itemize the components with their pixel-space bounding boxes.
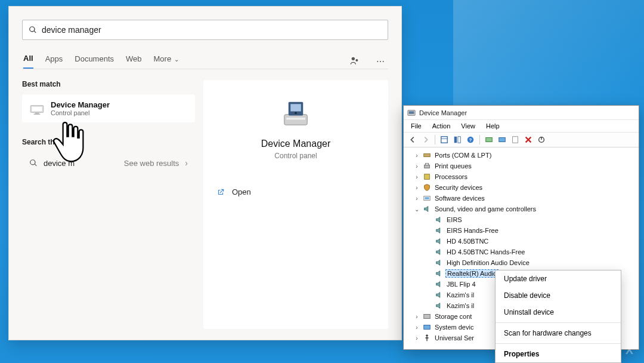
svg-rect-12	[409, 111, 414, 113]
expand-icon[interactable]: ›	[413, 152, 420, 159]
profile-icon[interactable]	[348, 53, 362, 69]
sound-device-icon	[435, 237, 443, 245]
search-icon	[29, 159, 38, 167]
tab-documents[interactable]: Documents	[75, 54, 114, 68]
tree-leaf-label: Kazim's il	[445, 291, 475, 299]
tree-node-label: Print queues	[434, 162, 473, 170]
web-result-query: device m	[44, 159, 118, 168]
scan-button[interactable]	[484, 134, 494, 145]
tree-node-label: Sound, video and game controllers	[434, 205, 537, 213]
tree-leaf[interactable]: HD 4.50BTNC Hands-Free	[407, 247, 636, 257]
context-menu: Update driverDisable deviceUninstall dev…	[495, 270, 621, 363]
tree-leaf-label: High Definition Audio Device	[445, 259, 531, 266]
tree-node-label: Processors	[434, 173, 469, 180]
toolbar-btn[interactable]	[452, 134, 463, 145]
expand-icon[interactable]: ›	[413, 163, 420, 170]
best-match-result[interactable]: Device Manager Control panel	[22, 94, 195, 122]
sound-device-icon	[435, 259, 443, 267]
open-action[interactable]: Open	[216, 184, 375, 200]
svg-rect-3	[32, 106, 42, 111]
tree-node[interactable]: ›Security devices	[407, 182, 636, 193]
tab-apps[interactable]: Apps	[45, 54, 63, 68]
tree-node[interactable]: ›Software devices	[407, 193, 636, 204]
tab-more[interactable]: More ⌄	[154, 54, 179, 68]
search-icon	[29, 26, 37, 34]
detail-title: Device Manager	[261, 139, 331, 149]
toolbar-btn[interactable]	[439, 134, 450, 145]
tree-node[interactable]: ›Print queues	[407, 161, 636, 171]
titlebar[interactable]: Device Manager	[404, 106, 639, 120]
sound-device-icon	[435, 291, 443, 299]
update-button[interactable]	[497, 134, 507, 145]
sound-device-icon	[435, 226, 443, 235]
expand-icon[interactable]: ›	[413, 335, 420, 342]
tree-leaf[interactable]: EIRS	[407, 214, 636, 225]
tree-leaf[interactable]: HD 4.50BTNC	[407, 236, 636, 247]
search-box[interactable]	[22, 20, 388, 40]
context-menu-item[interactable]: Scan for hardware changes	[496, 325, 621, 342]
app-icon	[407, 109, 416, 117]
tab-all[interactable]: All	[23, 54, 33, 69]
svg-point-0	[352, 57, 355, 60]
svg-rect-24	[425, 165, 430, 168]
tree-node[interactable]: ⌄Sound, video and game controllers	[407, 204, 636, 214]
best-match-title: Device Manager	[51, 100, 110, 109]
search-input[interactable]	[42, 25, 382, 35]
forward-button[interactable]	[420, 134, 431, 145]
tree-node-label: Security devices	[434, 184, 484, 191]
tree-node[interactable]: ›Ports (COM & LPT)	[407, 150, 636, 161]
device-manager-large-icon	[279, 97, 312, 130]
menu-help[interactable]: Help	[481, 121, 504, 131]
device-category-icon	[423, 312, 431, 321]
menu-action[interactable]: Action	[428, 121, 456, 131]
expand-icon[interactable]: ›	[413, 195, 420, 202]
tree-node-label: System devic	[434, 324, 475, 331]
tree-leaf-label: EIRS Hands-Free	[445, 227, 500, 234]
svg-rect-29	[424, 315, 431, 319]
tree-node-label: Storage cont	[434, 313, 473, 320]
properties-button[interactable]	[510, 134, 521, 145]
svg-rect-15	[454, 137, 457, 143]
expand-icon[interactable]: ›	[413, 174, 420, 180]
context-menu-item[interactable]: Properties	[496, 346, 621, 362]
tree-leaf[interactable]: High Definition Audio Device	[407, 257, 636, 268]
svg-rect-13	[441, 137, 448, 143]
window-title: Device Manager	[419, 109, 467, 116]
tree-node-label: Universal Ser	[434, 334, 475, 342]
disable-button[interactable]	[536, 134, 547, 145]
tree-leaf-label: HD 4.50BTNC	[445, 238, 490, 245]
sound-device-icon	[435, 269, 443, 278]
device-category-icon	[423, 162, 431, 170]
svg-rect-10	[286, 118, 305, 120]
menu-view[interactable]: View	[456, 121, 480, 131]
tree-leaf[interactable]: EIRS Hands-Free	[407, 225, 636, 236]
tab-web[interactable]: Web	[126, 54, 142, 68]
device-category-icon	[423, 151, 431, 159]
tree-leaf-label: EIRS	[445, 216, 463, 223]
context-menu-item[interactable]: Disable device	[496, 287, 621, 304]
more-icon[interactable]: ⋯	[374, 54, 387, 69]
svg-rect-30	[424, 325, 431, 330]
tree-node[interactable]: ›Processors	[407, 171, 636, 182]
detail-subtitle: Control panel	[274, 152, 317, 160]
menu-file[interactable]: File	[406, 121, 426, 131]
chevron-down-icon: ⌄	[172, 56, 179, 63]
sound-device-icon	[435, 302, 443, 310]
svg-rect-20	[499, 138, 506, 142]
collapse-icon[interactable]: ⌄	[413, 206, 420, 213]
help-button[interactable]: ?	[465, 134, 476, 145]
context-menu-item[interactable]: Update driver	[496, 270, 621, 287]
back-button[interactable]	[407, 134, 418, 145]
uninstall-button[interactable]	[523, 134, 534, 145]
expand-icon[interactable]: ›	[413, 324, 420, 331]
context-menu-item[interactable]: Uninstall device	[496, 304, 621, 321]
web-result-row[interactable]: device m See web results ›	[22, 152, 195, 174]
expand-icon[interactable]: ›	[413, 313, 420, 320]
device-manager-icon	[29, 102, 45, 115]
svg-rect-28	[425, 197, 429, 199]
toolbar: ?	[404, 133, 639, 147]
svg-rect-4	[35, 112, 39, 113]
expand-icon[interactable]: ›	[413, 184, 420, 191]
open-label: Open	[232, 187, 251, 196]
svg-point-1	[355, 59, 358, 61]
